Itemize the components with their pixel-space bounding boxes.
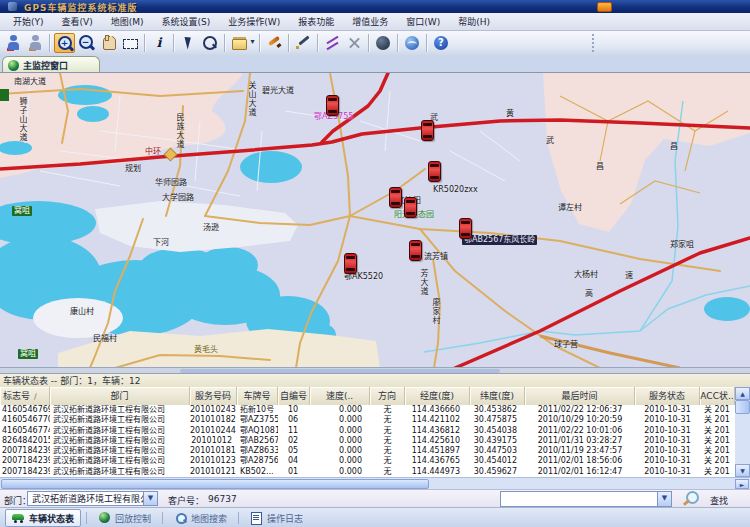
vehicle-marker-icon[interactable] xyxy=(326,95,339,116)
column-header-8[interactable]: 纬度(度) xyxy=(470,387,525,405)
globe-blue-icon[interactable] xyxy=(402,33,423,53)
table-cell: 114.425610 xyxy=(405,436,470,446)
toolbar-separator xyxy=(397,34,398,52)
table-cell: 4160546769 xyxy=(0,405,50,415)
column-header-0[interactable]: 标志号∕ xyxy=(0,387,50,405)
vehicle-marker-icon[interactable] xyxy=(344,253,357,274)
menu-item-4[interactable]: 业务操作(W) xyxy=(219,13,289,30)
layers-icon[interactable] xyxy=(229,33,256,53)
globe-dark-icon[interactable] xyxy=(373,33,394,53)
user-offline-icon[interactable] xyxy=(25,33,46,53)
toolbar-separator xyxy=(368,34,369,52)
map-place-label: 南湖大道 xyxy=(14,77,46,86)
scroll-up-icon[interactable]: ▲ xyxy=(735,387,750,400)
table-row[interactable]: 20071842394武汉拓新道路环境工程有限公司201010123鄂A2875… xyxy=(0,456,735,466)
menu-item-3[interactable]: 系统设置(S) xyxy=(153,13,220,30)
map-canvas[interactable] xyxy=(0,73,750,368)
help-icon[interactable] xyxy=(431,33,452,53)
table-vertical-scrollbar[interactable]: ▲ ▼ xyxy=(735,387,750,477)
table-cell: 201010121 xyxy=(190,467,237,477)
vehicle-marker-icon[interactable] xyxy=(409,240,422,261)
table-cell: 0.000 xyxy=(310,405,370,415)
table-row[interactable]: 4160546774武汉拓新道路环境工程有限公司201010244鄂AQ1081… xyxy=(0,426,735,436)
column-header-2[interactable]: 服务号码 xyxy=(190,387,237,405)
find-magnifier-icon[interactable] xyxy=(682,490,702,508)
bottom-tab-2[interactable]: 地图搜索 xyxy=(168,510,233,526)
vehicle-marker-icon[interactable] xyxy=(404,197,417,218)
table-cell: 114.444973 xyxy=(405,467,470,477)
column-header-6[interactable]: 方向 xyxy=(370,387,405,405)
column-header-5[interactable]: 速度(.. xyxy=(310,387,370,405)
bottom-tab-label: 操作日志 xyxy=(267,512,303,525)
table-header[interactable]: 标志号∕部门服务号码车牌号自编号速度(..方向经度(度)纬度(度)最后时间服务状… xyxy=(0,387,735,405)
table-cell: 0.000 xyxy=(310,426,370,436)
route-icon[interactable] xyxy=(322,33,343,53)
menu-item-1[interactable]: 查看(V) xyxy=(53,13,102,30)
vehicle-marker-icon[interactable] xyxy=(421,120,434,141)
tab-main-monitor[interactable]: 主监控窗口 xyxy=(2,56,100,73)
vehicle-marker-icon[interactable] xyxy=(389,187,402,208)
map-place-label: 窝咀 xyxy=(12,206,32,216)
find-button[interactable]: 查找 xyxy=(710,494,728,507)
table-cell: 20071842390 xyxy=(0,446,50,456)
vscroll-thumb[interactable] xyxy=(735,400,750,414)
toolbar-separator xyxy=(224,34,225,52)
menu-item-8[interactable]: 帮助(H) xyxy=(449,13,499,30)
info-icon[interactable] xyxy=(149,33,170,53)
table-cell: 2010/11/19 23:47:57 xyxy=(525,446,635,456)
column-header-3[interactable]: 车牌号 xyxy=(237,387,278,405)
vehicle-marker-icon[interactable] xyxy=(459,218,472,239)
bottom-tab-1[interactable]: 回放控制 xyxy=(92,510,157,526)
toolbar-buttons xyxy=(2,32,452,54)
search-combo[interactable]: ▼ xyxy=(500,491,672,507)
toolbar: 选择地图 CHINA ▼ xyxy=(0,31,750,57)
menu-item-2[interactable]: 地图(M) xyxy=(102,13,153,30)
user-online-icon[interactable] xyxy=(3,33,24,53)
column-header-7[interactable]: 经度(度) xyxy=(405,387,470,405)
table-row[interactable]: 4160546769武汉拓新道路环境工程有限公司201010243拓新10号10… xyxy=(0,405,735,415)
table-cell: 2010-10-31 xyxy=(635,467,700,477)
table-cell: 30.439175 xyxy=(470,436,525,446)
column-header-10[interactable]: 服务状态 xyxy=(635,387,700,405)
table-cell: 30.453862 xyxy=(470,405,525,415)
scroll-down-icon[interactable]: ▼ xyxy=(735,464,750,477)
menu-item-6[interactable]: 增值业务 xyxy=(343,13,397,30)
zoom-out-icon[interactable] xyxy=(76,33,97,53)
toolbar-separator xyxy=(426,34,427,52)
pointer-icon[interactable] xyxy=(178,33,199,53)
column-header-9[interactable]: 最后时间 xyxy=(525,387,635,405)
pen-icon[interactable] xyxy=(293,33,314,53)
table-row[interactable]: 20071842398武汉拓新道路环境工程有限公司201010121KB502.… xyxy=(0,467,735,477)
menu-item-5[interactable]: 报表功能 xyxy=(289,13,343,30)
locate-icon[interactable] xyxy=(200,33,221,53)
column-header-4[interactable]: 自编号 xyxy=(278,387,310,405)
bottom-tab-0[interactable]: 车辆状态表 xyxy=(5,509,81,527)
hscroll-thumb[interactable] xyxy=(1,479,429,489)
tab-separator xyxy=(238,512,239,524)
table-row[interactable]: 8264842015武汉拓新道路环境工程有限公司20101012鄂AB25670… xyxy=(0,436,735,446)
toolbar-grip[interactable] xyxy=(592,34,597,52)
select-rect-icon[interactable] xyxy=(120,33,141,53)
table-cell: 30.454012 xyxy=(470,456,525,466)
column-header-1[interactable]: 部门 xyxy=(50,387,190,405)
table-cell: 武汉拓新道路环境工程有限公司 xyxy=(50,456,190,466)
zoom-in-icon[interactable] xyxy=(54,33,75,53)
chevron-down-icon[interactable]: ▼ xyxy=(657,492,671,506)
vehicle-marker-icon[interactable] xyxy=(428,161,441,182)
panel-title: 车辆状态表 -- 部门：1，车辆：12 xyxy=(0,373,750,387)
brush-icon[interactable] xyxy=(264,33,285,53)
menu-item-0[interactable]: 开始(Y) xyxy=(4,13,53,30)
chevron-down-icon[interactable]: ▼ xyxy=(143,492,157,505)
column-header-11[interactable]: ACC状.. xyxy=(700,387,735,405)
map-viewport: 南湖大道狮子山大道关山大道碧光大道民族大道规划华师园路大学园路中环武黄武昌昌谭左… xyxy=(0,72,750,374)
pan-hand-icon[interactable] xyxy=(98,33,119,53)
measure-icon[interactable] xyxy=(344,33,365,53)
menu-item-7[interactable]: 窗口(W) xyxy=(397,13,449,30)
department-combo[interactable]: 武汉拓新道路环境工程有限公司 ▼ xyxy=(27,491,158,506)
map-place-label: 昌 xyxy=(670,142,678,151)
table-cell: 武汉拓新道路环境工程有限公司 xyxy=(50,436,190,446)
table-row[interactable]: 20071842390武汉拓新道路环境工程有限公司201010181鄂AZ863… xyxy=(0,446,735,456)
scroll-right-icon[interactable]: ► xyxy=(735,479,749,489)
table-row[interactable]: 4160546770武汉拓新道路环境工程有限公司201010182鄂AZ3755… xyxy=(0,415,735,425)
bottom-tab-3[interactable]: 操作日志 xyxy=(244,510,309,526)
